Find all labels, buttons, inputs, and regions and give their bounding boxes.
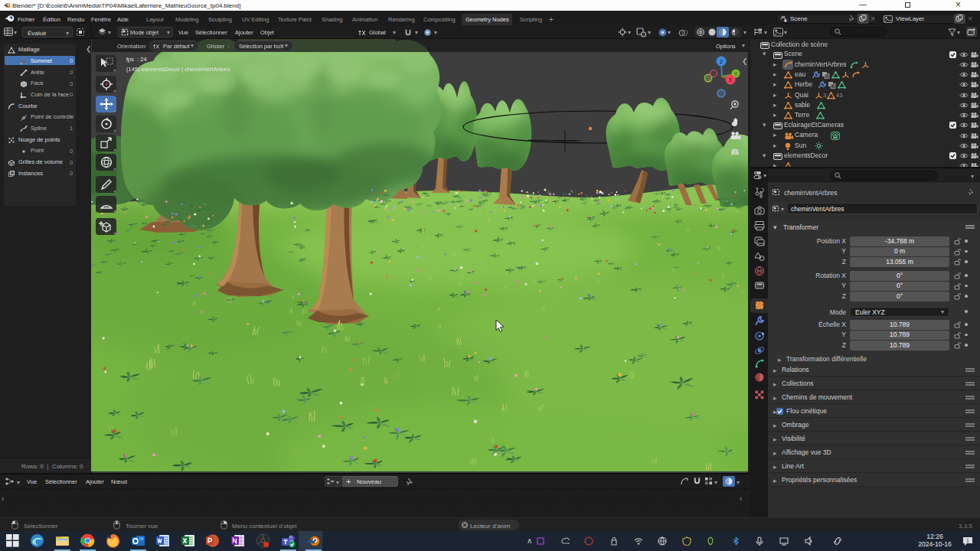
svg-text:Y: Y	[734, 71, 738, 77]
svg-text:X: X	[728, 77, 732, 83]
svg-text:Z: Z	[720, 58, 724, 65]
